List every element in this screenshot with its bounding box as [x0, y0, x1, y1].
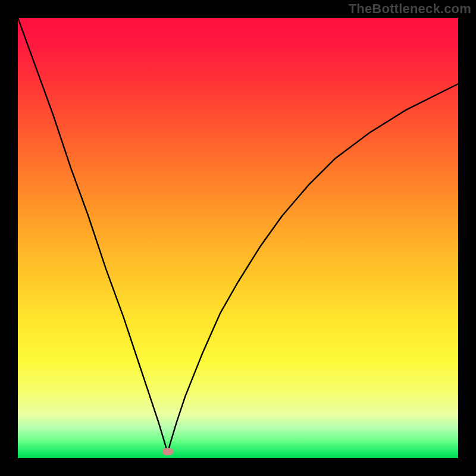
- plot-area: [18, 18, 458, 458]
- chart-container: TheBottleneck.com: [0, 0, 476, 476]
- watermark-text: TheBottleneck.com: [349, 1, 471, 17]
- bottleneck-marker: [162, 448, 173, 455]
- bottleneck-curve: [18, 18, 458, 458]
